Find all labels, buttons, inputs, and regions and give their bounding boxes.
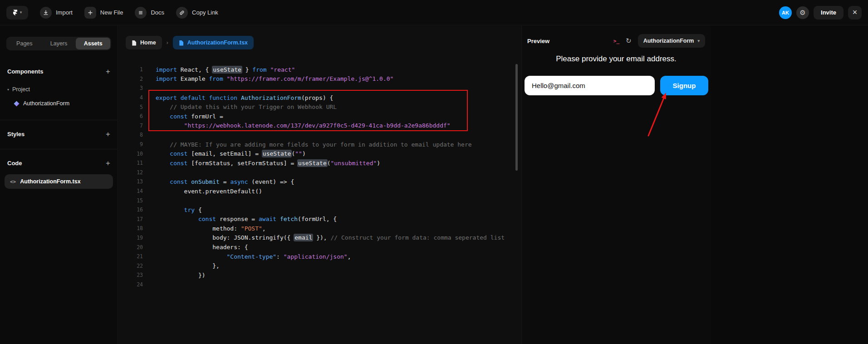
code-line: 23 }) <box>118 270 521 280</box>
line-number: 4 <box>118 94 143 101</box>
code-file-icon: <> <box>10 179 16 185</box>
line-number: 3 <box>118 85 143 91</box>
tab-pages[interactable]: Pages <box>7 38 42 49</box>
framer-logo-button[interactable]: ▾ <box>6 6 28 20</box>
invite-button[interactable]: Invite <box>814 6 843 20</box>
code-text: // Update this with your Trigger on Webh… <box>143 103 337 110</box>
line-number: 21 <box>118 253 143 260</box>
code-title: Code <box>7 160 22 167</box>
preview-actions: >_ ↻ AuthorizationForm ▾ <box>613 34 705 48</box>
line-number: 22 <box>118 263 143 269</box>
email-input[interactable] <box>525 76 655 95</box>
form-message: Please provide your email address. <box>522 54 711 64</box>
line-number: 5 <box>118 104 143 110</box>
sidebar-item-code-file[interactable]: <> AuthorizationForm.tsx <box>5 174 113 189</box>
code-text: import React, { useState } from "react" <box>143 66 295 73</box>
line-number: 6 <box>118 113 143 119</box>
code-line: 2import Example from "https://framer.com… <box>118 74 521 84</box>
signup-form: Signup <box>525 76 708 95</box>
sidebar-item-project[interactable]: ▾ Project <box>0 84 118 94</box>
new-file-label: New File <box>100 9 123 16</box>
sidebar-item-authorizationform[interactable]: AuthorizationForm <box>0 98 118 109</box>
code-text: const [formStatus, setFormStatus] = useS… <box>143 160 380 167</box>
code-line: 10 const [email, setEmail] = useState(""… <box>118 149 521 158</box>
refresh-icon[interactable]: ↻ <box>626 37 632 45</box>
import-button[interactable]: Import <box>40 7 73 19</box>
code-area[interactable]: 1import React, { useState } from "react"… <box>118 65 521 344</box>
code-line: 22 }, <box>118 261 521 270</box>
code-line: 8 <box>118 130 521 140</box>
chevron-down-icon: ▾ <box>7 88 9 92</box>
code-text: // MAYBE: If you are adding more fields … <box>143 141 472 148</box>
file-icon <box>132 40 137 46</box>
code-text: const formUrl = <box>143 113 223 120</box>
code-text: body: JSON.stringify({ email }), // Cons… <box>143 234 505 241</box>
settings-button[interactable]: ⚙ <box>796 6 809 19</box>
new-file-icon <box>84 7 96 19</box>
code-line: 19 body: JSON.stringify({ email }), // C… <box>118 233 521 243</box>
line-number: 24 <box>118 281 143 288</box>
code-line: 5 // Update this with your Trigger on We… <box>118 102 521 112</box>
new-file-button[interactable]: New File <box>84 7 123 19</box>
tab-layers[interactable]: Layers <box>42 38 76 49</box>
components-section-header: Components + <box>0 68 118 75</box>
preview-target-dropdown[interactable]: AuthorizationForm ▾ <box>638 34 705 48</box>
gear-icon: ⚙ <box>799 9 805 17</box>
terminal-icon[interactable]: >_ <box>613 38 619 44</box>
close-button[interactable]: × <box>848 6 862 20</box>
line-number: 7 <box>118 123 143 129</box>
code-line: 17 const response = await fetch(formUrl,… <box>118 215 521 224</box>
chevron-down-icon: ▾ <box>697 39 700 43</box>
line-number: 23 <box>118 272 143 278</box>
code-line: 15 <box>118 196 521 205</box>
code-line: 24 <box>118 280 521 290</box>
avatar[interactable]: AK <box>779 6 792 19</box>
docs-button[interactable]: Docs <box>135 7 164 19</box>
add-code-file-button[interactable]: + <box>106 159 110 167</box>
add-component-button[interactable]: + <box>106 68 110 75</box>
scrollbar[interactable] <box>515 64 518 171</box>
component-item-label: AuthorizationForm <box>23 100 69 107</box>
code-text: const onSubmit = async (event) => { <box>143 178 294 185</box>
topbar-right-group: AK ⚙ Invite × <box>779 6 862 20</box>
copy-link-button[interactable]: Copy Link <box>176 7 218 19</box>
code-file-label: AuthorizationForm.tsx <box>20 178 80 185</box>
code-line: 20 headers: { <box>118 242 521 252</box>
code-text: event.preventDefault() <box>143 188 262 195</box>
code-line: 7 "https://webhook.latenode.com/137/dev/… <box>118 121 521 131</box>
line-number: 15 <box>118 197 143 204</box>
line-number: 9 <box>118 141 143 147</box>
code-line: 21 "Content-type": "application/json", <box>118 252 521 261</box>
line-number: 13 <box>118 178 143 185</box>
project-label: Project <box>12 86 30 93</box>
copy-link-icon <box>176 7 188 19</box>
line-number: 2 <box>118 76 143 82</box>
components-title: Components <box>7 68 43 75</box>
chevron-down-icon: ▾ <box>20 10 22 15</box>
code-text: }, <box>143 262 220 269</box>
code-line: 1import React, { useState } from "react" <box>118 65 521 74</box>
tab-assets[interactable]: Assets <box>76 38 110 49</box>
preview-title: Preview <box>527 38 549 44</box>
code-text: export default function AuthorizationFor… <box>143 94 333 101</box>
signup-button[interactable]: Signup <box>660 76 708 95</box>
code-line: 12 <box>118 168 521 177</box>
code-line: 16 try { <box>118 205 521 215</box>
code-text: "Content-type": "application/json", <box>143 253 351 260</box>
line-number: 10 <box>118 151 143 157</box>
line-number: 17 <box>118 216 143 222</box>
add-style-button[interactable]: + <box>106 130 110 138</box>
line-number: 18 <box>118 225 143 231</box>
divider <box>0 149 118 149</box>
code-text: "https://webhook.latenode.com/137/dev/a9… <box>143 122 451 129</box>
sidebar: Pages Layers Assets Components + ▾ Proje… <box>0 26 118 344</box>
import-icon <box>40 7 52 19</box>
breadcrumb-file[interactable]: AuthorizationForm.tsx <box>173 36 254 49</box>
line-number: 8 <box>118 132 143 138</box>
breadcrumb-home[interactable]: Home <box>126 36 162 49</box>
close-icon: × <box>853 8 858 17</box>
code-text: const [email, setEmail] = useState("") <box>143 150 306 157</box>
file-icon <box>179 40 184 46</box>
docs-icon <box>135 7 147 19</box>
preview-target-label: AuthorizationForm <box>643 38 694 44</box>
